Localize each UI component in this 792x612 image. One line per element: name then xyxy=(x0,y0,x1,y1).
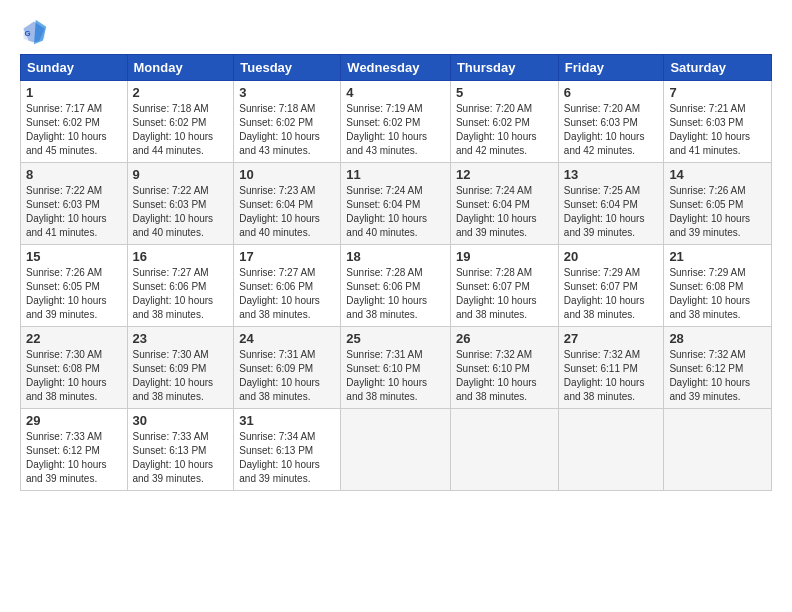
day-number: 6 xyxy=(564,85,659,100)
day-info: Sunrise: 7:18 AM Sunset: 6:02 PM Dayligh… xyxy=(239,102,335,158)
day-number: 14 xyxy=(669,167,766,182)
calendar-cell: 25Sunrise: 7:31 AM Sunset: 6:10 PM Dayli… xyxy=(341,327,451,409)
day-info: Sunrise: 7:31 AM Sunset: 6:10 PM Dayligh… xyxy=(346,348,445,404)
day-info: Sunrise: 7:33 AM Sunset: 6:12 PM Dayligh… xyxy=(26,430,122,486)
calendar-cell: 11Sunrise: 7:24 AM Sunset: 6:04 PM Dayli… xyxy=(341,163,451,245)
calendar-week-row: 1Sunrise: 7:17 AM Sunset: 6:02 PM Daylig… xyxy=(21,81,772,163)
day-number: 22 xyxy=(26,331,122,346)
day-header-thursday: Thursday xyxy=(450,55,558,81)
day-info: Sunrise: 7:30 AM Sunset: 6:09 PM Dayligh… xyxy=(133,348,229,404)
calendar-cell: 27Sunrise: 7:32 AM Sunset: 6:11 PM Dayli… xyxy=(558,327,664,409)
logo: G xyxy=(20,18,50,46)
calendar-week-row: 8Sunrise: 7:22 AM Sunset: 6:03 PM Daylig… xyxy=(21,163,772,245)
day-number: 16 xyxy=(133,249,229,264)
calendar-cell: 22Sunrise: 7:30 AM Sunset: 6:08 PM Dayli… xyxy=(21,327,128,409)
day-info: Sunrise: 7:27 AM Sunset: 6:06 PM Dayligh… xyxy=(133,266,229,322)
day-number: 19 xyxy=(456,249,553,264)
calendar-cell: 9Sunrise: 7:22 AM Sunset: 6:03 PM Daylig… xyxy=(127,163,234,245)
day-info: Sunrise: 7:27 AM Sunset: 6:06 PM Dayligh… xyxy=(239,266,335,322)
day-number: 29 xyxy=(26,413,122,428)
calendar-cell: 12Sunrise: 7:24 AM Sunset: 6:04 PM Dayli… xyxy=(450,163,558,245)
calendar-cell: 21Sunrise: 7:29 AM Sunset: 6:08 PM Dayli… xyxy=(664,245,772,327)
day-header-friday: Friday xyxy=(558,55,664,81)
calendar-cell xyxy=(558,409,664,491)
day-info: Sunrise: 7:28 AM Sunset: 6:07 PM Dayligh… xyxy=(456,266,553,322)
day-info: Sunrise: 7:33 AM Sunset: 6:13 PM Dayligh… xyxy=(133,430,229,486)
day-info: Sunrise: 7:20 AM Sunset: 6:03 PM Dayligh… xyxy=(564,102,659,158)
calendar-cell: 24Sunrise: 7:31 AM Sunset: 6:09 PM Dayli… xyxy=(234,327,341,409)
day-number: 8 xyxy=(26,167,122,182)
day-info: Sunrise: 7:22 AM Sunset: 6:03 PM Dayligh… xyxy=(133,184,229,240)
calendar-table: SundayMondayTuesdayWednesdayThursdayFrid… xyxy=(20,54,772,491)
day-info: Sunrise: 7:22 AM Sunset: 6:03 PM Dayligh… xyxy=(26,184,122,240)
calendar-cell: 3Sunrise: 7:18 AM Sunset: 6:02 PM Daylig… xyxy=(234,81,341,163)
calendar-cell: 26Sunrise: 7:32 AM Sunset: 6:10 PM Dayli… xyxy=(450,327,558,409)
calendar-week-row: 15Sunrise: 7:26 AM Sunset: 6:05 PM Dayli… xyxy=(21,245,772,327)
logo-icon: G xyxy=(20,18,48,46)
day-info: Sunrise: 7:18 AM Sunset: 6:02 PM Dayligh… xyxy=(133,102,229,158)
calendar-cell: 1Sunrise: 7:17 AM Sunset: 6:02 PM Daylig… xyxy=(21,81,128,163)
day-info: Sunrise: 7:29 AM Sunset: 6:08 PM Dayligh… xyxy=(669,266,766,322)
day-info: Sunrise: 7:31 AM Sunset: 6:09 PM Dayligh… xyxy=(239,348,335,404)
day-number: 10 xyxy=(239,167,335,182)
calendar-cell: 8Sunrise: 7:22 AM Sunset: 6:03 PM Daylig… xyxy=(21,163,128,245)
day-number: 25 xyxy=(346,331,445,346)
calendar-cell: 7Sunrise: 7:21 AM Sunset: 6:03 PM Daylig… xyxy=(664,81,772,163)
day-number: 4 xyxy=(346,85,445,100)
day-number: 24 xyxy=(239,331,335,346)
day-number: 28 xyxy=(669,331,766,346)
calendar-cell: 19Sunrise: 7:28 AM Sunset: 6:07 PM Dayli… xyxy=(450,245,558,327)
day-number: 9 xyxy=(133,167,229,182)
calendar-cell: 2Sunrise: 7:18 AM Sunset: 6:02 PM Daylig… xyxy=(127,81,234,163)
day-info: Sunrise: 7:34 AM Sunset: 6:13 PM Dayligh… xyxy=(239,430,335,486)
day-info: Sunrise: 7:21 AM Sunset: 6:03 PM Dayligh… xyxy=(669,102,766,158)
day-number: 13 xyxy=(564,167,659,182)
calendar-cell: 16Sunrise: 7:27 AM Sunset: 6:06 PM Dayli… xyxy=(127,245,234,327)
calendar-cell: 20Sunrise: 7:29 AM Sunset: 6:07 PM Dayli… xyxy=(558,245,664,327)
calendar-cell xyxy=(450,409,558,491)
calendar-cell: 31Sunrise: 7:34 AM Sunset: 6:13 PM Dayli… xyxy=(234,409,341,491)
calendar-cell: 4Sunrise: 7:19 AM Sunset: 6:02 PM Daylig… xyxy=(341,81,451,163)
day-number: 23 xyxy=(133,331,229,346)
day-header-tuesday: Tuesday xyxy=(234,55,341,81)
calendar-cell: 13Sunrise: 7:25 AM Sunset: 6:04 PM Dayli… xyxy=(558,163,664,245)
day-header-wednesday: Wednesday xyxy=(341,55,451,81)
day-header-saturday: Saturday xyxy=(664,55,772,81)
day-info: Sunrise: 7:23 AM Sunset: 6:04 PM Dayligh… xyxy=(239,184,335,240)
day-number: 1 xyxy=(26,85,122,100)
calendar-cell: 15Sunrise: 7:26 AM Sunset: 6:05 PM Dayli… xyxy=(21,245,128,327)
calendar-cell xyxy=(664,409,772,491)
calendar-cell: 29Sunrise: 7:33 AM Sunset: 6:12 PM Dayli… xyxy=(21,409,128,491)
day-number: 7 xyxy=(669,85,766,100)
day-number: 21 xyxy=(669,249,766,264)
day-number: 20 xyxy=(564,249,659,264)
day-info: Sunrise: 7:17 AM Sunset: 6:02 PM Dayligh… xyxy=(26,102,122,158)
calendar-cell: 23Sunrise: 7:30 AM Sunset: 6:09 PM Dayli… xyxy=(127,327,234,409)
day-info: Sunrise: 7:32 AM Sunset: 6:10 PM Dayligh… xyxy=(456,348,553,404)
calendar-cell: 18Sunrise: 7:28 AM Sunset: 6:06 PM Dayli… xyxy=(341,245,451,327)
day-info: Sunrise: 7:32 AM Sunset: 6:11 PM Dayligh… xyxy=(564,348,659,404)
day-info: Sunrise: 7:32 AM Sunset: 6:12 PM Dayligh… xyxy=(669,348,766,404)
day-info: Sunrise: 7:26 AM Sunset: 6:05 PM Dayligh… xyxy=(669,184,766,240)
day-number: 18 xyxy=(346,249,445,264)
day-info: Sunrise: 7:24 AM Sunset: 6:04 PM Dayligh… xyxy=(346,184,445,240)
calendar-header-row: SundayMondayTuesdayWednesdayThursdayFrid… xyxy=(21,55,772,81)
day-info: Sunrise: 7:26 AM Sunset: 6:05 PM Dayligh… xyxy=(26,266,122,322)
calendar-cell: 5Sunrise: 7:20 AM Sunset: 6:02 PM Daylig… xyxy=(450,81,558,163)
calendar-cell: 14Sunrise: 7:26 AM Sunset: 6:05 PM Dayli… xyxy=(664,163,772,245)
day-info: Sunrise: 7:20 AM Sunset: 6:02 PM Dayligh… xyxy=(456,102,553,158)
day-number: 30 xyxy=(133,413,229,428)
calendar-cell: 17Sunrise: 7:27 AM Sunset: 6:06 PM Dayli… xyxy=(234,245,341,327)
day-info: Sunrise: 7:19 AM Sunset: 6:02 PM Dayligh… xyxy=(346,102,445,158)
day-number: 26 xyxy=(456,331,553,346)
day-number: 17 xyxy=(239,249,335,264)
day-info: Sunrise: 7:29 AM Sunset: 6:07 PM Dayligh… xyxy=(564,266,659,322)
day-number: 11 xyxy=(346,167,445,182)
day-number: 12 xyxy=(456,167,553,182)
svg-text:G: G xyxy=(24,29,30,38)
page: G SundayMondayTuesdayWednesdayThursdayFr… xyxy=(0,0,792,501)
calendar-cell: 10Sunrise: 7:23 AM Sunset: 6:04 PM Dayli… xyxy=(234,163,341,245)
day-info: Sunrise: 7:25 AM Sunset: 6:04 PM Dayligh… xyxy=(564,184,659,240)
day-number: 2 xyxy=(133,85,229,100)
calendar-cell: 30Sunrise: 7:33 AM Sunset: 6:13 PM Dayli… xyxy=(127,409,234,491)
